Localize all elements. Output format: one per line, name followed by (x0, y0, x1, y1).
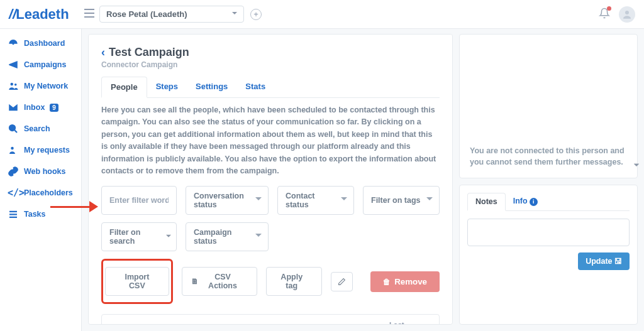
people-table: Picture Name Steps Tags Status Last Mess… (101, 314, 440, 325)
notification-dot (607, 6, 611, 11)
filter-campaign-status[interactable]: Campaign status (186, 222, 269, 251)
tab-settings[interactable]: Settings (187, 77, 236, 97)
svg-point-5 (11, 147, 14, 150)
sidebar-item-requests[interactable]: My requests (0, 139, 81, 161)
code-icon: </> (8, 187, 19, 198)
filter-tags[interactable]: Filter on tags (363, 186, 440, 215)
notes-textarea[interactable] (467, 219, 630, 246)
edit-button[interactable] (331, 272, 353, 291)
inbox-badge: 9 (50, 104, 58, 112)
tab-people[interactable]: People (101, 77, 147, 98)
trash-icon (383, 277, 391, 286)
sidebar-item-webhooks[interactable]: Web hooks (0, 161, 81, 182)
notifications-icon[interactable] (599, 8, 610, 21)
sidebar-item-network[interactable]: My Network (0, 75, 81, 97)
remove-button[interactable]: Remove (370, 271, 440, 292)
info-icon: i (530, 198, 538, 206)
tab-info[interactable]: Infoi (506, 193, 545, 210)
svg-point-3 (14, 84, 17, 86)
sidebar: Dashboard Campaigns My Network Inbox 9 S… (0, 0, 82, 331)
account-selector[interactable]: Rose Petal (Leadeth) (99, 6, 244, 23)
save-icon (614, 257, 622, 266)
user-avatar[interactable] (619, 6, 635, 23)
connection-panel: You are not connected to this person and… (459, 34, 638, 178)
campaign-panel: ‹ Test Campaign Connector Campaign Peopl… (88, 34, 453, 325)
campaign-subtitle: Connector Campaign (101, 60, 440, 69)
filter-words-input[interactable] (101, 186, 177, 215)
filter-contact-status[interactable]: Contact status (277, 186, 354, 215)
filter-conversation-status[interactable]: Conversation status (186, 186, 269, 215)
notes-panel: Notes Infoi Update (459, 185, 638, 325)
svg-point-1 (13, 43, 14, 45)
tab-notes[interactable]: Notes (467, 193, 506, 211)
back-icon[interactable]: ‹ (101, 46, 105, 59)
sidebar-item-dashboard[interactable]: Dashboard (0, 33, 81, 54)
import-highlight: Import CSV (101, 259, 173, 304)
menu-toggle-icon[interactable] (84, 9, 94, 19)
campaign-tabs: People Steps Settings Stats (101, 77, 440, 98)
tab-stats[interactable]: Stats (236, 77, 274, 97)
sidebar-item-campaigns[interactable]: Campaigns (0, 54, 81, 75)
not-connected-text: You are not connected to this person and… (470, 145, 627, 168)
import-csv-button[interactable]: Import CSV (105, 267, 169, 296)
tab-steps[interactable]: Steps (147, 77, 187, 97)
apply-tag-button[interactable]: Apply tag (266, 267, 322, 296)
sidebar-item-search[interactable]: Search (0, 118, 81, 139)
brand-logo[interactable]: //Leadeth (9, 6, 82, 23)
svg-point-2 (11, 83, 14, 86)
update-button[interactable]: Update (578, 252, 630, 270)
col-last-message: Last Message (389, 321, 431, 325)
document-icon (191, 277, 199, 286)
svg-point-0 (625, 11, 629, 14)
annotation-arrow (50, 200, 98, 214)
svg-point-4 (9, 125, 15, 131)
sidebar-item-inbox[interactable]: Inbox 9 (0, 97, 81, 118)
csv-actions-button[interactable]: CSV Actions (182, 267, 258, 296)
help-text: Here you can see all the people, which h… (101, 104, 440, 177)
campaign-title: Test Campaign (109, 46, 189, 59)
add-account-button[interactable]: + (250, 9, 262, 20)
filter-search[interactable]: Filter on search (101, 222, 177, 251)
